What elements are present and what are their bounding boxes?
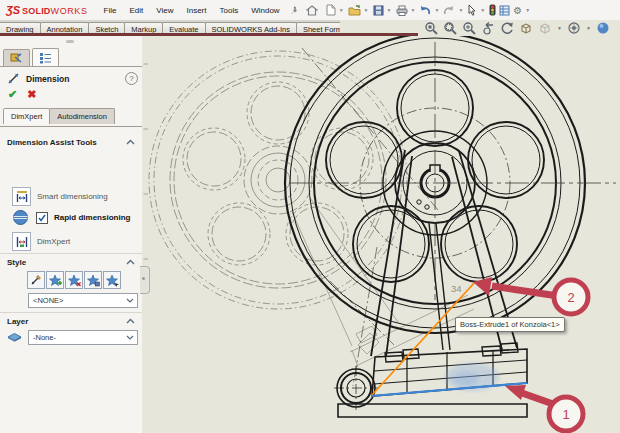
quick-toolbar: ▼ ▼ ▼ ▼ ▼ ▼ ▼ ⚙ <box>290 4 532 16</box>
zoom-to-fit-icon[interactable] <box>424 21 438 35</box>
property-manager-panel: Dimension ? ✔ ✖ DimXpert Autodimension D… <box>0 36 143 433</box>
logo-glyph: ƷS <box>6 4 20 16</box>
assist-section: Dimension Assist Tools <box>0 138 142 147</box>
drawing-view: 34 <box>142 36 620 433</box>
chevron-down-icon <box>126 335 134 340</box>
options-grid-icon[interactable] <box>499 5 510 16</box>
style-dropdown-value: <NONE> <box>33 296 126 305</box>
subtab-dimxpert[interactable]: DimXpert <box>3 108 50 124</box>
zoom-icon[interactable] <box>462 21 476 35</box>
callout-2[interactable]: 2 <box>473 277 588 314</box>
print-icon[interactable] <box>396 5 408 16</box>
property-manager-tab[interactable] <box>3 49 30 66</box>
dimxpert-icon <box>12 232 31 251</box>
lights-icon[interactable] <box>489 4 496 16</box>
rapid-dimensioning-icon <box>12 209 29 226</box>
balloon-1-label: 1 <box>562 407 569 422</box>
rotate-view-icon[interactable] <box>500 21 514 35</box>
menu-edit[interactable]: Edit <box>129 6 143 15</box>
view-orientation-icon[interactable] <box>538 21 552 35</box>
select-cursor-icon[interactable] <box>467 4 477 16</box>
menu-window[interactable]: Window <box>251 6 279 15</box>
feature-manager-tab[interactable] <box>32 48 59 66</box>
section-divider <box>0 253 142 254</box>
panel-tab-divider <box>0 66 142 67</box>
panel-subtabs: DimXpert Autodimension <box>3 108 142 124</box>
delete-style-icon[interactable] <box>65 271 83 289</box>
smart-dimensioning-label: Smart dimensioning <box>37 192 108 201</box>
style-buttons <box>27 271 121 289</box>
chevron-down-icon <box>126 298 134 303</box>
previous-view-icon[interactable] <box>481 21 495 35</box>
menu-view[interactable]: View <box>156 6 173 15</box>
dimxpert-label: DimXpert <box>37 237 70 246</box>
style-dropdown[interactable]: <NONE> <box>28 293 138 308</box>
flywheel-centerlines <box>289 42 616 300</box>
redo-icon[interactable] <box>443 5 455 16</box>
layer-dropdown[interactable]: -None- <box>28 330 138 345</box>
style-section: Style <box>0 258 142 267</box>
graphics-area[interactable]: 34 <box>142 36 620 433</box>
smart-dimensioning-icon <box>12 187 31 206</box>
panel-tab-strip <box>3 49 61 66</box>
layer-dropdown-value: -None- <box>33 333 126 342</box>
ghost-flywheel <box>149 51 407 309</box>
edit-appearance-icon[interactable] <box>596 21 610 35</box>
style-section-title: Style <box>7 258 142 267</box>
rapid-dimensioning-row[interactable]: Rapid dimensioning <box>12 209 130 226</box>
panel-title: Dimension <box>26 74 69 84</box>
dimxpert-row[interactable]: DimXpert <box>12 232 70 251</box>
layer-section: Layer <box>0 317 142 326</box>
new-document-icon[interactable] <box>326 4 336 16</box>
solidworks-window: ƷS SOLID WORKS File Edit View Insert Too… <box>0 0 620 433</box>
rapid-dimensioning-checkbox[interactable] <box>36 212 48 224</box>
menu-tools[interactable]: Tools <box>220 6 239 15</box>
layer-icon <box>7 331 22 342</box>
cancel-button[interactable]: ✖ <box>27 88 36 101</box>
help-icon[interactable]: ? <box>125 72 138 85</box>
layer-section-title: Layer <box>7 317 142 326</box>
zoom-to-area-icon[interactable] <box>443 21 457 35</box>
balloon-2-label: 2 <box>567 290 574 305</box>
subtab-divider <box>0 126 142 127</box>
home-icon[interactable] <box>306 5 318 16</box>
faint-dimension-text: 34 <box>451 283 462 294</box>
confirm-button[interactable]: ✔ <box>8 88 17 101</box>
save-style-icon[interactable] <box>84 271 102 289</box>
selection-glow <box>453 372 479 386</box>
gear-icon[interactable]: ⚙ <box>513 5 522 16</box>
selected-edge-blue[interactable] <box>371 383 527 396</box>
set-default-style-icon[interactable] <box>27 271 45 289</box>
pin-icon[interactable] <box>290 5 299 16</box>
display-style-icon[interactable] <box>567 21 581 35</box>
smart-dimensioning-row[interactable]: Smart dimensioning <box>12 187 108 206</box>
callout-1[interactable]: 1 <box>505 385 583 431</box>
menu-items: File Edit View Insert Tools Window <box>104 6 280 15</box>
undo-icon[interactable] <box>419 5 431 16</box>
drawing-view-3d-icon[interactable] <box>519 21 533 35</box>
collapse-caret-icon[interactable] <box>126 139 135 145</box>
add-style-icon[interactable] <box>46 271 64 289</box>
menu-bar: ƷS SOLID WORKS File Edit View Insert Too… <box>0 0 620 21</box>
panel-header: Dimension <box>7 72 69 85</box>
save-icon[interactable] <box>373 5 384 16</box>
subtab-autodimension[interactable]: Autodimension <box>49 108 115 124</box>
load-style-icon[interactable] <box>103 271 121 289</box>
menu-file[interactable]: File <box>104 6 117 15</box>
heads-up-toolbar: ▼ ▼ <box>424 21 610 35</box>
open-icon[interactable] <box>348 5 361 16</box>
dimension-icon <box>7 72 20 85</box>
panel-splitter-handle[interactable] <box>66 40 74 43</box>
collapse-caret-icon[interactable] <box>126 318 135 324</box>
hover-tooltip: Boss-Extrude1 of Konzola<1> <box>455 317 565 332</box>
rapid-dimensioning-label: Rapid dimensioning <box>54 213 130 222</box>
menu-insert[interactable]: Insert <box>186 6 206 15</box>
assist-section-title: Dimension Assist Tools <box>7 138 142 147</box>
collapse-caret-icon[interactable] <box>126 259 135 265</box>
section-divider <box>0 312 142 313</box>
solidworks-logo: ƷS SOLID WORKS <box>6 4 88 16</box>
sheet-edge-ticks <box>144 64 149 259</box>
panel-edge-handle[interactable] <box>140 266 150 294</box>
